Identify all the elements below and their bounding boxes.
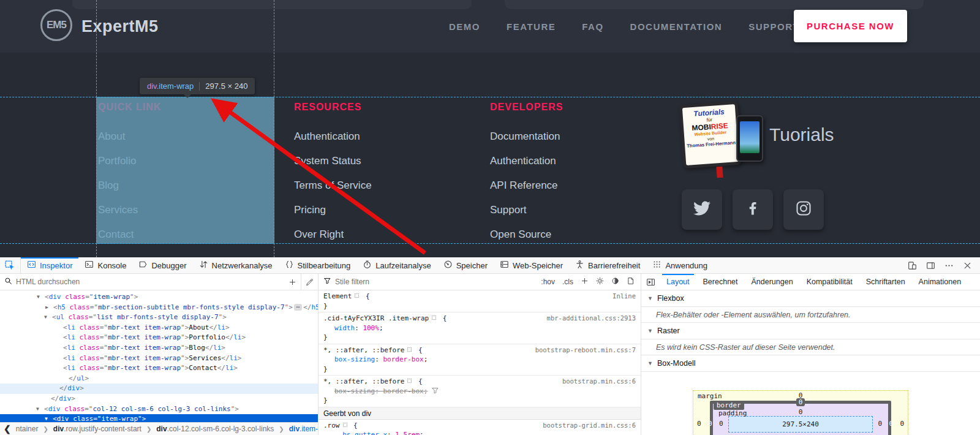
padding-top-value[interactable]: 0 (693, 408, 908, 416)
tree-row[interactable]: </ul> (0, 374, 318, 384)
footer-link[interactable]: Authentication (490, 156, 674, 166)
nav-item[interactable]: FEATURE (507, 21, 556, 32)
border-left-value[interactable]: 0 (708, 420, 712, 428)
sidebar-tab-schriftarten[interactable]: Schriftarten (859, 274, 912, 290)
tree-row[interactable]: <li class="mbr-text item-wrap">Portfolio… (0, 333, 318, 343)
toggle-cls[interactable]: .cls (562, 278, 573, 286)
highlight-target-icon[interactable] (343, 423, 347, 427)
nav-item[interactable]: SUPPORT (748, 21, 799, 32)
tree-row[interactable]: ▶<h5 class="mbr-section-subtitle mbr-fon… (0, 303, 318, 313)
contrast-icon[interactable] (611, 277, 619, 287)
footer-link[interactable]: Authentication (294, 131, 478, 142)
footer-link[interactable]: Support (490, 205, 674, 215)
tree-row[interactable]: ▼<div class="col-12 col-sm-6 col-lg-3 co… (0, 404, 318, 415)
twitter-button[interactable] (682, 189, 722, 230)
tree-row[interactable]: <li class="mbr-text item-wrap">Services<… (0, 354, 318, 364)
menu-icon[interactable] (941, 258, 957, 273)
margin-left-value[interactable]: 0 (697, 420, 701, 428)
rule-selector[interactable]: Element (323, 292, 352, 301)
tree-row[interactable]: <li class="mbr-text item-wrap">About</li… (0, 323, 318, 333)
tree-row[interactable]: ▼<ul class="list mbr-fonts-style display… (0, 312, 318, 323)
margin-right-value[interactable]: 0 (900, 420, 904, 428)
css-declaration[interactable]: box-sizing: border-box; (323, 355, 636, 365)
highlight-target-icon[interactable] (407, 347, 412, 352)
expand-arrow-icon[interactable]: ▼ (36, 404, 39, 415)
tree-row[interactable]: <li class="mbr-text item-wrap">Blog</li> (0, 343, 318, 354)
highlight-target-icon[interactable] (407, 379, 412, 383)
css-declaration[interactable]: width: 100%; (323, 323, 636, 333)
box-model-content[interactable]: 297.5×240 (728, 416, 873, 433)
toggle-hov[interactable]: :hov (541, 278, 555, 286)
eyedropper-icon[interactable] (301, 274, 318, 290)
rule-selector[interactable]: .cid-tAyFcYX3IR .item-wrap (323, 314, 429, 323)
css-declaration[interactable]: box-sizing: border-box; (323, 387, 636, 396)
footer-link[interactable]: System Status (294, 156, 478, 166)
tab-barrierefreiheit[interactable]: Barrierefreiheit (569, 257, 646, 273)
plus-icon[interactable] (581, 277, 589, 287)
close-icon[interactable] (959, 258, 975, 273)
footer-link[interactable]: Over Right (294, 229, 478, 240)
sun-icon[interactable] (596, 277, 604, 287)
nav-item[interactable]: FAQ (582, 21, 603, 32)
rule-selector[interactable]: *, ::after, ::before (323, 346, 404, 355)
style-filter-input[interactable]: Stile filtern (335, 278, 369, 286)
section-flexbox[interactable]: ▼Flexbox (641, 290, 980, 307)
tree-row[interactable]: ▼<div class="item-wrap"> (0, 292, 318, 303)
collapsed-content-pill[interactable]: ⋯ (294, 304, 302, 311)
breadcrumb-scroll-left-icon[interactable]: ❮ (4, 424, 11, 434)
sidebar-tab-berechnet[interactable]: Berechnet (696, 274, 745, 290)
footer-link[interactable]: Open Source (490, 229, 674, 240)
sidebar-tab-änderungen[interactable]: Änderungen (745, 274, 800, 290)
pane-toggle-icon[interactable] (641, 274, 660, 290)
css-declaration[interactable]: --bs-gutter-x: 1.5rem; (323, 430, 636, 435)
responsive-icon[interactable] (904, 258, 920, 273)
rule-source-link[interactable]: bootstrap-reboot.min.css:7 (535, 346, 636, 355)
html-search-bar[interactable]: HTML durchsuchen (0, 274, 318, 290)
sidebar-tab-kompatibilität[interactable]: Kompatibilität (800, 274, 859, 290)
highlight-target-icon[interactable] (432, 316, 436, 320)
page-icon[interactable] (627, 277, 635, 287)
border-right-value[interactable]: 0 (889, 420, 893, 428)
rule-source-link[interactable]: bootstrap.min.css:6 (562, 377, 636, 387)
tab-stilbearbeitung[interactable]: Stilbearbeitung (279, 257, 357, 273)
add-node-button[interactable] (284, 274, 301, 290)
rule-source-link[interactable]: mbr-additional.css:2913 (547, 314, 636, 323)
footer-link[interactable]: Documentation (490, 131, 674, 142)
padding-left-value[interactable]: 0 (719, 420, 723, 428)
nav-item[interactable]: DOCUMENTATION (630, 21, 723, 32)
element-picker-button[interactable] (0, 257, 21, 273)
tree-row[interactable]: </div> (0, 384, 318, 394)
section-raster[interactable]: ▼Raster (641, 323, 980, 339)
section-boxmodell[interactable]: ▼Box-Modell (641, 355, 980, 372)
tutorials-image[interactable]: Tutorials für MOBIRISE Website Builder v… (681, 98, 766, 174)
tree-row[interactable]: </div> (0, 394, 318, 404)
tab-inspektor[interactable]: Inspektor (21, 257, 78, 273)
tab-speicher[interactable]: Speicher (437, 257, 494, 273)
breadcrumb-item[interactable]: ntainer (16, 425, 39, 433)
padding-right-value[interactable]: 0 (878, 420, 882, 428)
footer-link[interactable]: API Reference (490, 180, 674, 191)
footer-link[interactable]: Terms of Service (294, 180, 478, 191)
rule-selector[interactable]: *, ::after, ::before (323, 377, 404, 387)
sidebar-tab-animationen[interactable]: Animationen (912, 274, 968, 290)
html-search-input[interactable]: HTML durchsuchen (16, 278, 80, 286)
tab-konsole[interactable]: Konsole (78, 257, 132, 273)
breadcrumb-item[interactable]: div.row.justify-content-start (53, 425, 141, 433)
nav-item[interactable]: DEMO (449, 21, 480, 32)
tab-anwendung[interactable]: Anwendung (646, 257, 714, 273)
style-filter-bar[interactable]: Stile filtern :hov.cls (318, 274, 641, 290)
tab-web-speicher[interactable]: Web-Speicher (494, 257, 569, 273)
tree-row[interactable]: <li class="mbr-text item-wrap">Contact</… (0, 363, 318, 374)
rule-source-link[interactable]: Inline (612, 292, 636, 301)
footer-link[interactable]: Pricing (294, 205, 478, 215)
tab-debugger[interactable]: Debugger (132, 257, 192, 273)
instagram-button[interactable] (783, 189, 824, 230)
highlight-target-icon[interactable] (355, 293, 359, 298)
facebook-button[interactable] (733, 189, 773, 230)
dock-icon[interactable] (922, 258, 938, 273)
brand-logo[interactable]: EM5 (40, 9, 72, 41)
breadcrumb-item[interactable]: div.item-wrap (289, 425, 318, 433)
overridden-filter-icon[interactable] (431, 387, 439, 396)
tab-netzwerkanalyse[interactable]: Netzwerkanalyse (193, 257, 279, 273)
collapse-arrow-icon[interactable]: ▶ (45, 303, 48, 313)
